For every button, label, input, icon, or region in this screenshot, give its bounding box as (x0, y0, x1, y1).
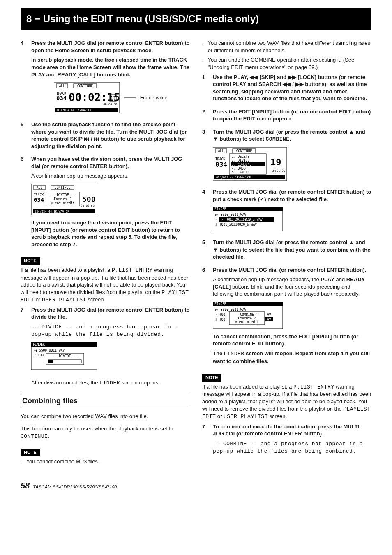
svg-text:✓ T00: ✓ T00 (215, 313, 225, 317)
svg-text:00:06:58: 00:06:58 (81, 204, 95, 208)
left-column: 4 Press the MULTI JOG dial (or remote co… (21, 39, 190, 467)
svg-text:5. CANCEL: 5. CANCEL (232, 171, 250, 174)
svg-text:CONTINUE: CONTINUE (77, 84, 93, 88)
svg-text:-- DIVIDE --: -- DIVIDE -- (53, 354, 77, 358)
svg-text:ALL: ALL (59, 84, 65, 88)
svg-text:✓ T001_20110820_a.WAV: ✓ T001_20110820_a.WAV (221, 218, 263, 222)
r-step4: Press the MULTI JOG dial (or remote cont… (213, 188, 371, 203)
frame-value-label: Frame value (140, 95, 168, 101)
footer-model: TASCAM SS-CDR200/SS-R200/SS-R100 (33, 484, 117, 490)
svg-text:3. COMBINE: 3. COMBINE (232, 163, 251, 166)
step6-p2: A confirmation pop-up message appears. (31, 172, 190, 180)
step6-change: If you need to change the division point… (31, 219, 190, 248)
step4-p1: Press the MULTI JOG dial (or remote cont… (31, 39, 190, 54)
step-number: 4 (21, 39, 26, 118)
r-step3: Turn the MULTI JOG dial (or press the re… (213, 128, 371, 143)
svg-text:034: 034 (56, 95, 67, 102)
lcd-combine-confirm: FINDER ⏮ SS00_0011_WAV ✓ T00 ♪ T00 --COM… (213, 302, 371, 329)
svg-text:ALL: ALL (37, 186, 43, 190)
note-label: NOTE (21, 449, 40, 456)
svg-text:y:ent n:edit: y:ent n:edit (51, 201, 75, 205)
note-label: NOTE (21, 257, 40, 265)
svg-text:--COMBINE--: --COMBINE-- (236, 313, 258, 317)
after-division: After division completes, the FINDER scr… (31, 379, 190, 387)
svg-text:♪ T00: ♪ T00 (34, 354, 44, 357)
svg-text:034: 034 (34, 197, 44, 203)
svg-text:♪ T001_20110820_b.WAV: ♪ T001_20110820_b.WAV (215, 223, 257, 227)
r-step7-p2: -- COMBINE -- and a progress bar appear … (213, 440, 371, 455)
step-number: 7 (21, 306, 26, 374)
lcd-combine-check: FINDER ⏮ SS00_0011_WAV ✓ ✓ T001_20110820… (213, 207, 371, 231)
note1-text: If a file has been added to a playlist, … (21, 266, 190, 304)
svg-text:y:ent n:edit: y:ent n:edit (235, 320, 259, 324)
step6-p1: When you have set the division point, pr… (31, 155, 190, 170)
svg-text:♪ T00: ♪ T00 (215, 318, 225, 321)
step-number: 5 (202, 239, 208, 263)
step-number: 6 (21, 155, 26, 250)
step-number: 1 (202, 74, 208, 105)
step7-p1: Press the MULTI JOG dial (or remote cont… (31, 306, 190, 321)
svg-text:1. DELETE: 1. DELETE (232, 155, 250, 159)
step5: Use the scrub playback function to find … (31, 121, 190, 150)
svg-text:CONTINUE: CONTINUE (236, 149, 252, 153)
step-number: 5 (21, 121, 26, 152)
r-step6-p1: Press the MULTI JOG dial (or remote cont… (213, 266, 371, 274)
step7-p2: -- DIVIDE -- and a progress bar appear i… (31, 323, 190, 338)
r-reopen: The FINDER screen will reopen. Repeat fr… (213, 350, 371, 365)
lcd-divide-confirm: ALL CONTINUE TRACK 034 -- DIVIDE -- Exec… (31, 184, 190, 215)
step-number: 2 (202, 108, 208, 125)
svg-text:FINDER: FINDER (214, 302, 226, 306)
svg-text:4. UNDO: 4. UNDO (232, 167, 246, 171)
lcd-edit-menu: ALL CONTINUE TRACK 034 1. DELETE 2. DIVI… (213, 147, 371, 181)
right-column: .You cannot combine two WAV files that h… (202, 39, 371, 467)
step-number: 7 (202, 423, 208, 458)
svg-text:Execute ?: Execute ? (54, 197, 72, 201)
page-footer: 58 TASCAM SS-CDR200/SS-R200/SS-R100 (21, 480, 371, 491)
page-number: 58 (21, 480, 30, 491)
right-dot2: .You can undo the COMBINE operation afte… (202, 56, 371, 71)
svg-text:10:01:05: 10:01:05 (271, 169, 285, 173)
step-number: 6 (202, 266, 208, 367)
svg-text:⏮ SS00_0011_WAV: ⏮ SS00_0011_WAV (215, 213, 247, 217)
r-cancel: To cancel combination, press the EDIT [I… (213, 333, 371, 347)
svg-text:✓: ✓ (215, 218, 217, 222)
right-dot1: .You cannot combine two WAV files that h… (202, 39, 371, 54)
combine-p2: This function can only be used when the … (21, 425, 190, 440)
note2-item: .You cannot combine MP3 files. (21, 458, 190, 465)
combine-p1: You can combine two recorded WAV files i… (21, 413, 190, 420)
svg-text:⏮ SS00_0011_WAV: ⏮ SS00_0011_WAV (34, 349, 65, 352)
step-number: 4 (202, 188, 208, 236)
svg-text:Execute ?: Execute ? (238, 317, 256, 320)
svg-text:CONTINUE: CONTINUE (55, 186, 71, 190)
r-step7-p1: To confirm and execute the combination, … (213, 423, 371, 437)
svg-rect-37 (48, 360, 53, 363)
svg-text:19: 19 (270, 157, 281, 167)
svg-text:AV: AV (267, 313, 271, 317)
lcd-divide-progress: FINDER ⏮ SS00_0011_WAV ♪ T00 -- DIVIDE -… (31, 342, 190, 370)
svg-text:AV: AV (267, 318, 271, 321)
svg-text:034: 034 (215, 161, 227, 169)
svg-text:034/035  44.1K/WAV            : 034/035 44.1K/WAV CF (216, 176, 251, 179)
r-step6-p2: A confirmation pop-up message appears, t… (213, 276, 371, 298)
r-step1: Use the PLAY, ◀◀ [SKIP] and ▶▶ [LOCK] bu… (213, 74, 371, 102)
svg-text:034/034  44.1K/WAV            : 034/034 44.1K/WAV CF (57, 109, 92, 112)
svg-text:00:06:58: 00:06:58 (103, 103, 117, 106)
step-number: 3 (202, 128, 208, 185)
svg-text:-- DIVIDE --: -- DIVIDE -- (51, 193, 75, 197)
r-step5: Turn the MULTI JOG dial (or press the re… (213, 239, 371, 261)
svg-text:FINDER: FINDER (33, 343, 45, 347)
chapter-header: 8 − Using the EDIT menu (USB/SD/CF media… (21, 8, 371, 30)
svg-text:ALL: ALL (218, 149, 224, 153)
right-note: If a file has been added to a playlist, … (202, 383, 371, 421)
note-label: NOTE (202, 374, 221, 382)
svg-text:⏮ SS00_0011_WAV: ⏮ SS00_0011_WAV (215, 308, 247, 312)
svg-text:034/034  44.1K/WAV            : 034/034 44.1K/WAV CF (35, 210, 69, 213)
svg-text:FINDER: FINDER (214, 207, 226, 211)
lcd-scrub: ALL CONTINUE TRACK 034 00:02:15 12 00:06… (31, 82, 190, 113)
step4-p2: In scrub playback mode, the track elapse… (31, 56, 190, 78)
svg-text:2. DIVIDE: 2. DIVIDE (232, 159, 250, 162)
combining-heading: Combining files (21, 394, 190, 407)
r-step2: Press the EDIT [INPUT] button (or remote… (213, 108, 371, 123)
svg-text:12: 12 (111, 96, 115, 100)
svg-text:500: 500 (82, 195, 96, 204)
